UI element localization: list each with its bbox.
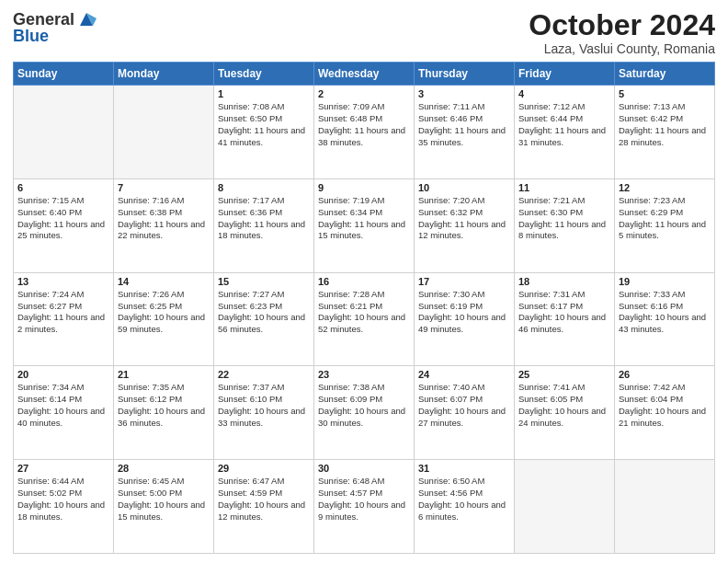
day-number: 21 bbox=[118, 369, 210, 380]
calendar-week-row: 20Sunrise: 7:34 AM Sunset: 6:14 PM Dayli… bbox=[14, 366, 715, 460]
calendar-header-cell: Wednesday bbox=[314, 63, 415, 86]
calendar-week-row: 6Sunrise: 7:15 AM Sunset: 6:40 PM Daylig… bbox=[14, 178, 715, 272]
day-info: Sunrise: 7:38 AM Sunset: 6:09 PM Dayligh… bbox=[318, 382, 410, 429]
day-info: Sunrise: 7:26 AM Sunset: 6:25 PM Dayligh… bbox=[118, 289, 210, 336]
day-info: Sunrise: 7:30 AM Sunset: 6:19 PM Dayligh… bbox=[418, 289, 510, 336]
calendar-cell: 1Sunrise: 7:08 AM Sunset: 6:50 PM Daylig… bbox=[214, 86, 314, 179]
title-month: October 2024 bbox=[529, 9, 715, 41]
logo: General Blue bbox=[13, 9, 97, 46]
day-number: 26 bbox=[619, 369, 711, 380]
calendar-cell: 28Sunrise: 6:45 AM Sunset: 5:00 PM Dayli… bbox=[114, 460, 214, 554]
day-number: 18 bbox=[518, 276, 610, 287]
calendar-cell: 4Sunrise: 7:12 AM Sunset: 6:44 PM Daylig… bbox=[515, 86, 615, 179]
calendar-week-row: 1Sunrise: 7:08 AM Sunset: 6:50 PM Daylig… bbox=[14, 86, 715, 179]
day-number: 25 bbox=[518, 369, 610, 380]
calendar-week-row: 13Sunrise: 7:24 AM Sunset: 6:27 PM Dayli… bbox=[14, 272, 715, 366]
day-number: 1 bbox=[218, 88, 310, 99]
day-info: Sunrise: 7:40 AM Sunset: 6:07 PM Dayligh… bbox=[418, 382, 510, 429]
day-number: 2 bbox=[318, 88, 410, 99]
day-info: Sunrise: 7:08 AM Sunset: 6:50 PM Dayligh… bbox=[218, 101, 310, 148]
calendar-cell: 31Sunrise: 6:50 AM Sunset: 4:56 PM Dayli… bbox=[415, 460, 515, 554]
day-info: Sunrise: 7:24 AM Sunset: 6:27 PM Dayligh… bbox=[17, 289, 109, 336]
day-number: 6 bbox=[17, 182, 109, 193]
calendar-cell: 26Sunrise: 7:42 AM Sunset: 6:04 PM Dayli… bbox=[615, 366, 715, 460]
calendar-cell: 17Sunrise: 7:30 AM Sunset: 6:19 PM Dayli… bbox=[415, 272, 515, 366]
day-info: Sunrise: 7:13 AM Sunset: 6:42 PM Dayligh… bbox=[619, 101, 711, 148]
calendar-cell: 7Sunrise: 7:16 AM Sunset: 6:38 PM Daylig… bbox=[114, 178, 214, 272]
day-info: Sunrise: 7:16 AM Sunset: 6:38 PM Dayligh… bbox=[118, 195, 210, 242]
calendar-cell: 5Sunrise: 7:13 AM Sunset: 6:42 PM Daylig… bbox=[615, 86, 715, 179]
calendar-cell: 13Sunrise: 7:24 AM Sunset: 6:27 PM Dayli… bbox=[14, 272, 114, 366]
day-number: 16 bbox=[318, 276, 410, 287]
day-info: Sunrise: 6:47 AM Sunset: 4:59 PM Dayligh… bbox=[218, 476, 310, 523]
day-number: 10 bbox=[418, 182, 510, 193]
day-number: 3 bbox=[418, 88, 510, 99]
calendar-cell: 30Sunrise: 6:48 AM Sunset: 4:57 PM Dayli… bbox=[314, 460, 415, 554]
calendar-cell: 3Sunrise: 7:11 AM Sunset: 6:46 PM Daylig… bbox=[415, 86, 515, 179]
day-number: 14 bbox=[118, 276, 210, 287]
day-number: 15 bbox=[218, 276, 310, 287]
calendar-cell: 21Sunrise: 7:35 AM Sunset: 6:12 PM Dayli… bbox=[114, 366, 214, 460]
day-number: 24 bbox=[418, 369, 510, 380]
day-number: 28 bbox=[118, 463, 210, 474]
day-info: Sunrise: 6:44 AM Sunset: 5:02 PM Dayligh… bbox=[17, 476, 109, 523]
logo-blue-text: Blue bbox=[13, 28, 49, 46]
day-info: Sunrise: 7:19 AM Sunset: 6:34 PM Dayligh… bbox=[318, 195, 410, 242]
page: General Blue October 2024 Laza, Vaslui C… bbox=[0, 0, 728, 563]
title-block: October 2024 Laza, Vaslui County, Romani… bbox=[529, 9, 715, 56]
calendar-cell bbox=[615, 460, 715, 554]
calendar-header-cell: Friday bbox=[515, 63, 615, 86]
calendar-header-cell: Tuesday bbox=[214, 63, 314, 86]
calendar-cell: 27Sunrise: 6:44 AM Sunset: 5:02 PM Dayli… bbox=[14, 460, 114, 554]
calendar-cell: 10Sunrise: 7:20 AM Sunset: 6:32 PM Dayli… bbox=[415, 178, 515, 272]
day-info: Sunrise: 7:21 AM Sunset: 6:30 PM Dayligh… bbox=[518, 195, 610, 242]
calendar-cell: 23Sunrise: 7:38 AM Sunset: 6:09 PM Dayli… bbox=[314, 366, 415, 460]
day-info: Sunrise: 7:34 AM Sunset: 6:14 PM Dayligh… bbox=[17, 382, 109, 429]
day-info: Sunrise: 7:15 AM Sunset: 6:40 PM Dayligh… bbox=[17, 195, 109, 242]
calendar-cell: 18Sunrise: 7:31 AM Sunset: 6:17 PM Dayli… bbox=[515, 272, 615, 366]
calendar-table: SundayMondayTuesdayWednesdayThursdayFrid… bbox=[13, 62, 715, 554]
calendar-cell: 25Sunrise: 7:41 AM Sunset: 6:05 PM Dayli… bbox=[515, 366, 615, 460]
day-number: 7 bbox=[118, 182, 210, 193]
calendar-header-cell: Sunday bbox=[14, 63, 114, 86]
day-info: Sunrise: 7:42 AM Sunset: 6:04 PM Dayligh… bbox=[619, 382, 711, 429]
day-info: Sunrise: 7:33 AM Sunset: 6:16 PM Dayligh… bbox=[619, 289, 711, 336]
calendar-cell: 9Sunrise: 7:19 AM Sunset: 6:34 PM Daylig… bbox=[314, 178, 415, 272]
calendar-cell bbox=[515, 460, 615, 554]
title-location: Laza, Vaslui County, Romania bbox=[529, 41, 715, 56]
day-info: Sunrise: 7:37 AM Sunset: 6:10 PM Dayligh… bbox=[218, 382, 310, 429]
day-info: Sunrise: 7:20 AM Sunset: 6:32 PM Dayligh… bbox=[418, 195, 510, 242]
calendar-cell: 12Sunrise: 7:23 AM Sunset: 6:29 PM Dayli… bbox=[615, 178, 715, 272]
day-number: 29 bbox=[218, 463, 310, 474]
day-number: 30 bbox=[318, 463, 410, 474]
day-info: Sunrise: 7:35 AM Sunset: 6:12 PM Dayligh… bbox=[118, 382, 210, 429]
calendar-cell: 15Sunrise: 7:27 AM Sunset: 6:23 PM Dayli… bbox=[214, 272, 314, 366]
day-number: 19 bbox=[619, 276, 711, 287]
calendar-header-cell: Saturday bbox=[615, 63, 715, 86]
logo-icon bbox=[76, 9, 97, 29]
calendar-cell: 2Sunrise: 7:09 AM Sunset: 6:48 PM Daylig… bbox=[314, 86, 415, 179]
day-info: Sunrise: 7:27 AM Sunset: 6:23 PM Dayligh… bbox=[218, 289, 310, 336]
calendar-cell bbox=[114, 86, 214, 179]
day-number: 9 bbox=[318, 182, 410, 193]
day-number: 4 bbox=[518, 88, 610, 99]
calendar-cell: 22Sunrise: 7:37 AM Sunset: 6:10 PM Dayli… bbox=[214, 366, 314, 460]
day-number: 27 bbox=[17, 463, 109, 474]
day-info: Sunrise: 6:50 AM Sunset: 4:56 PM Dayligh… bbox=[418, 476, 510, 523]
day-number: 20 bbox=[17, 369, 109, 380]
day-number: 17 bbox=[418, 276, 510, 287]
day-info: Sunrise: 7:11 AM Sunset: 6:46 PM Dayligh… bbox=[418, 101, 510, 148]
calendar-cell: 24Sunrise: 7:40 AM Sunset: 6:07 PM Dayli… bbox=[415, 366, 515, 460]
day-info: Sunrise: 7:17 AM Sunset: 6:36 PM Dayligh… bbox=[218, 195, 310, 242]
calendar-header-row: SundayMondayTuesdayWednesdayThursdayFrid… bbox=[14, 63, 715, 86]
calendar-cell: 6Sunrise: 7:15 AM Sunset: 6:40 PM Daylig… bbox=[14, 178, 114, 272]
day-info: Sunrise: 7:31 AM Sunset: 6:17 PM Dayligh… bbox=[518, 289, 610, 336]
calendar-cell bbox=[14, 86, 114, 179]
day-number: 8 bbox=[218, 182, 310, 193]
day-info: Sunrise: 7:23 AM Sunset: 6:29 PM Dayligh… bbox=[619, 195, 711, 242]
day-number: 11 bbox=[518, 182, 610, 193]
day-number: 13 bbox=[17, 276, 109, 287]
day-info: Sunrise: 6:45 AM Sunset: 5:00 PM Dayligh… bbox=[118, 476, 210, 523]
day-number: 12 bbox=[619, 182, 711, 193]
day-info: Sunrise: 7:12 AM Sunset: 6:44 PM Dayligh… bbox=[518, 101, 610, 148]
